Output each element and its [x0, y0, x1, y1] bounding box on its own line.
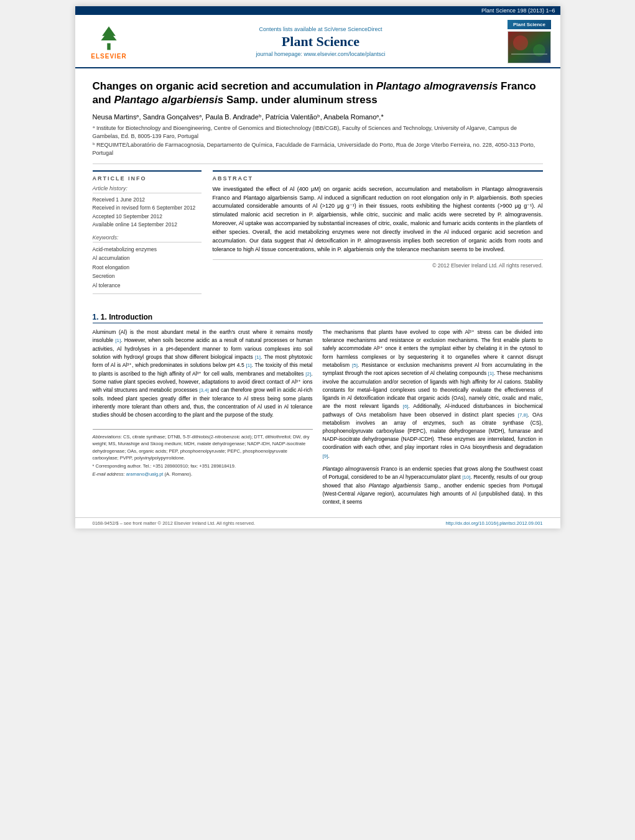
article-body: Changes on organic acid secretion and ac…	[75, 68, 560, 305]
article-title: Changes on organic acid secretion and ac…	[93, 80, 543, 107]
keyword-2: Al accumulation	[93, 254, 202, 262]
affiliation-a: ᵃ Institute for Biotechnology and Bioeng…	[93, 124, 543, 140]
email-footnote: E-mail address: aramano@ualg.pt (A. Roma…	[93, 471, 313, 478]
journal-center: Contents lists available at SciVerse Sci…	[142, 26, 500, 57]
main-content: 1. 1. Introduction Aluminum (Al) is the …	[75, 313, 560, 517]
journal-badge: Plant Science	[508, 20, 551, 29]
keywords-block: Keywords: Acid-metabolizing enzymes Al a…	[93, 234, 202, 290]
intro-left-col: Aluminum (Al) is the most abundant metal…	[93, 328, 313, 506]
history-accepted: Accepted 10 September 2012	[93, 213, 202, 221]
svg-point-6	[513, 35, 528, 50]
ref-1d: [1]	[488, 371, 494, 376]
article-info-label: ARTICLE INFO	[93, 175, 202, 182]
svg-rect-8	[511, 53, 547, 55]
sciverse-link: Contents lists available at SciVerse Sci…	[142, 26, 500, 32]
section-title: 1. Introduction	[101, 313, 152, 321]
ref-2: [2]	[305, 371, 311, 377]
keyword-4: Secretion	[93, 272, 202, 280]
history-received: Received 1 June 2012	[93, 196, 202, 205]
ref-78: [7,8]	[518, 412, 528, 418]
ref-1: [1]	[115, 338, 121, 343]
abstract-column: ABSTRACT We investigated the effect of A…	[213, 170, 543, 295]
intro-right-text2: Plantago almogravensis Franco is an ende…	[323, 465, 543, 506]
ref-10: [10]	[462, 474, 470, 480]
ref-34: [3,4]	[199, 387, 209, 393]
article-info-abstract: ARTICLE INFO Article history: Received 1…	[93, 170, 543, 295]
ref-1c: [1]	[246, 362, 251, 368]
issn-text: 0168-9452/$ – see front matter © 2012 El…	[93, 520, 256, 526]
divider	[93, 164, 543, 164]
elsevier-brand-text: ELSEVIER	[91, 53, 126, 60]
svg-rect-1	[107, 44, 110, 50]
ref-9: [9]	[323, 453, 328, 459]
keyword-1: Acid-metabolizing enzymes	[93, 245, 202, 254]
journal-homepage: journal homepage: www.elsevier.com/locat…	[142, 51, 500, 57]
keywords-title: Keywords:	[93, 234, 202, 242]
history-available: Available online 14 September 2012	[93, 221, 202, 229]
history-title: Article history:	[93, 185, 202, 193]
ref-5: [5]	[352, 362, 358, 368]
introduction-columns: Aluminum (Al) is the most abundant metal…	[93, 328, 543, 506]
intro-right-col: The mechanisms that plants have evolved …	[323, 328, 543, 506]
email-link[interactable]: aramano@ualg.pt	[126, 471, 164, 477]
journal-right-logo: Plant Science	[506, 20, 553, 63]
copyright-line: © 2012 Elsevier Ireland Ltd. All rights …	[213, 259, 543, 269]
abstract-label: ABSTRACT	[213, 175, 543, 182]
intro-right-text1: The mechanisms that plants have evolved …	[323, 328, 543, 460]
journal-cover-image	[508, 31, 551, 63]
intro-left-text: Aluminum (Al) is the most abundant metal…	[93, 328, 313, 419]
article-info-column: ARTICLE INFO Article history: Received 1…	[93, 170, 202, 295]
page: Plant Science 198 (2013) 1–6 ELSEVIER	[75, 6, 560, 528]
journal-citation: Plant Science 198 (2013) 1–6	[481, 7, 555, 14]
abstract-text: We investigated the effect of Al (400 μM…	[213, 185, 543, 255]
journal-header: ELSEVIER Contents lists available at Sci…	[75, 15, 560, 68]
section-number: 1.	[93, 313, 101, 321]
footnote-area: Abbreviations: CS, citrate synthase; DTN…	[93, 429, 313, 478]
journal-title: Plant Science	[142, 34, 500, 50]
keyword-5: Al tolerance	[93, 281, 202, 290]
doi-link[interactable]: http://dx.doi.org/10.1016/j.plantsci.201…	[446, 520, 543, 526]
corresponding-footnote: * Corresponding author. Tel.: +351 28980…	[93, 463, 313, 469]
keyword-3: Root elongation	[93, 263, 202, 272]
page-bottom: 0168-9452/$ – see front matter © 2012 El…	[75, 517, 560, 528]
elsevier-logo: ELSEVIER	[83, 24, 136, 60]
affiliation-b: ᵇ REQUIMTE/Laboratório de Farmacognosia,…	[93, 141, 543, 157]
elsevier-tree-icon	[90, 24, 127, 52]
history-received-revised: Received in revised form 6 September 201…	[93, 204, 202, 213]
abbreviations-footnote: Abbreviations: CS, citrate synthase; DTN…	[93, 433, 313, 461]
article-authors: Neusa Martinsᵃ, Sandra Gonçalvesᵃ, Paula…	[93, 113, 543, 121]
ref-6: [6]	[403, 404, 409, 409]
journal-top-bar: Plant Science 198 (2013) 1–6	[75, 6, 560, 15]
introduction-header: 1. 1. Introduction	[93, 313, 543, 323]
ref-1b: [1]	[255, 354, 261, 360]
article-history-block: Article history: Received 1 June 2012 Re…	[93, 185, 202, 229]
